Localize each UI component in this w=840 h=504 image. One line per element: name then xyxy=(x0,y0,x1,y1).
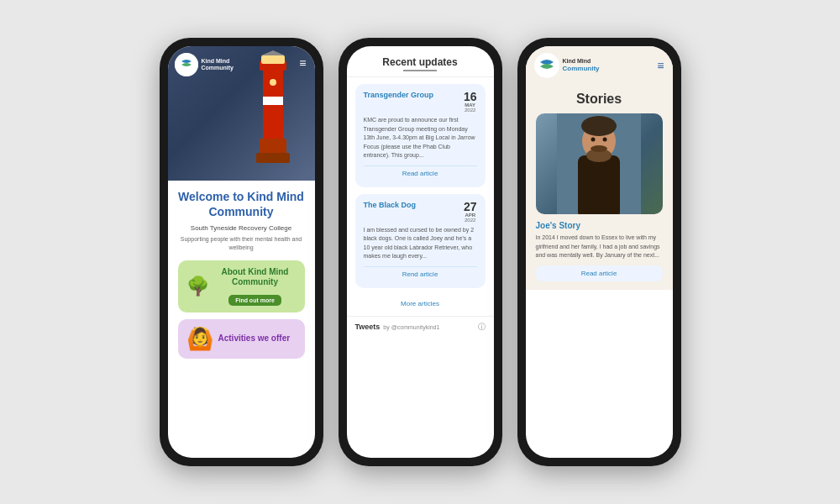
tweets-handle: by @communitykind1 xyxy=(383,324,439,330)
person-illustration xyxy=(557,113,641,214)
header-divider xyxy=(403,70,437,71)
more-articles-button[interactable]: More articles xyxy=(355,295,486,312)
article-2-date: 27 APR 2022 xyxy=(464,201,477,223)
logo: Kind Mind Community xyxy=(175,53,234,76)
svg-point-19 xyxy=(591,145,607,152)
article-2-header: The Black Dog 27 APR 2022 xyxy=(364,201,477,223)
p3-logo-text: Kind Mind Community xyxy=(563,58,600,73)
p3-menu-icon[interactable]: ≡ xyxy=(657,59,664,72)
phone-1: Kind Mind Community ≡ Welcome to Kind Mi… xyxy=(160,38,323,466)
svg-point-6 xyxy=(270,79,276,86)
story-image xyxy=(536,113,663,214)
person-icon: 🙆 xyxy=(186,326,213,352)
date-year: 2022 xyxy=(464,108,477,113)
svg-point-18 xyxy=(603,138,607,142)
activities-title: Activities we offer xyxy=(218,333,291,344)
date-year-2: 2022 xyxy=(464,218,477,223)
date-day: 16 xyxy=(464,91,477,102)
article-2-title: The Black Dog xyxy=(364,201,459,209)
phone-3: Kind Mind Community ≡ Stories xyxy=(517,38,681,466)
svg-rect-2 xyxy=(263,97,283,105)
article-1-header: Transgender Group 16 MAY 2022 xyxy=(364,91,477,113)
hero-image: Kind Mind Community ≡ xyxy=(168,46,315,181)
date-day-2: 27 xyxy=(464,201,477,213)
svg-rect-8 xyxy=(256,153,290,163)
subtitle: South Tyneside Recovery College xyxy=(178,224,305,232)
stories-title: Stories xyxy=(536,92,663,107)
logo-circle xyxy=(175,53,198,76)
menu-icon[interactable]: ≡ xyxy=(299,56,306,70)
read-article-2-button[interactable]: Rend article xyxy=(364,266,477,281)
lighthouse-illustration xyxy=(248,50,298,176)
about-title: About Kind Mind Community xyxy=(214,267,297,287)
story-text: In 2014 I moved down to Essex to live wi… xyxy=(536,234,663,260)
logo-text: Kind Mind Community xyxy=(202,58,234,72)
activities-card: 🙆 Activities we offer xyxy=(178,319,305,359)
updates-title: Recent updates xyxy=(357,56,484,68)
article-2: The Black Dog 27 APR 2022 I am blessed a… xyxy=(355,194,486,288)
tweets-header: Tweets by @communitykind1 ⓘ xyxy=(347,316,494,336)
story-title: Joe's Story xyxy=(536,221,663,230)
about-card-text: About Kind Mind Community Find out more xyxy=(214,267,297,306)
article-1: Transgender Group 16 MAY 2022 KMC are pr… xyxy=(355,84,486,187)
about-card: 🌳 About Kind Mind Community Find out mor… xyxy=(178,260,305,312)
article-1-title: Transgender Group xyxy=(364,91,459,99)
tree-icon: 🌳 xyxy=(186,276,209,297)
tweets-title: Tweets xyxy=(355,323,381,331)
article-2-text: I am blessed and cursed to be owned by 2… xyxy=(364,226,477,261)
info-icon: ⓘ xyxy=(478,322,486,333)
description: Supporting people with their mental heal… xyxy=(178,235,305,252)
svg-point-15 xyxy=(581,116,617,136)
phone-2: Recent updates Transgender Group 16 MAY … xyxy=(339,38,502,466)
svg-rect-4 xyxy=(261,55,285,64)
p3-logo: Kind Mind Community xyxy=(534,53,600,78)
read-story-button[interactable]: Read article xyxy=(536,265,663,281)
p3-header: Kind Mind Community ≡ xyxy=(526,46,673,85)
article-1-date: 16 MAY 2022 xyxy=(464,91,477,113)
article-1-text: KMC are proud to announce our first Tran… xyxy=(364,116,477,160)
updates-header: Recent updates xyxy=(347,46,494,77)
main-title: Welcome to Kind Mind Community xyxy=(178,189,305,219)
date-month-2: APR xyxy=(464,213,477,218)
p3-content: Stories xyxy=(526,85,673,290)
svg-point-17 xyxy=(591,138,596,142)
find-out-more-button[interactable]: Find out more xyxy=(228,295,281,306)
read-article-1-button[interactable]: Read article xyxy=(364,165,477,181)
p3-logo-icon xyxy=(534,53,559,78)
p1-content: Welcome to Kind Mind Community South Tyn… xyxy=(168,181,315,367)
